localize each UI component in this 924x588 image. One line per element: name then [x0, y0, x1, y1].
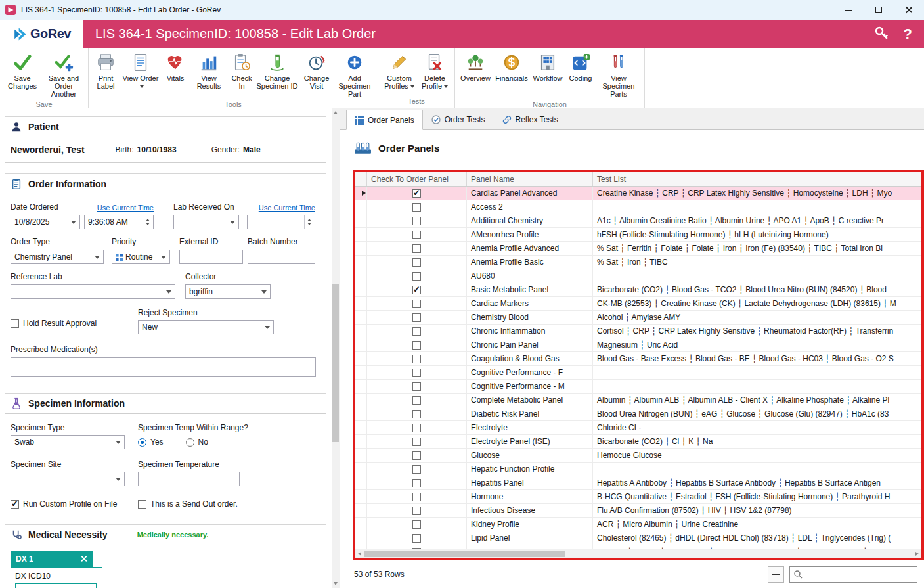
view-specimen-parts-button[interactable]: View Specimen Parts	[596, 51, 642, 99]
view-results-button[interactable]: View Results	[190, 51, 228, 91]
external-id-input[interactable]	[179, 250, 243, 264]
order-panel-checkbox[interactable]	[412, 300, 421, 308]
order-panel-checkbox[interactable]	[412, 534, 421, 543]
tab-order-panels[interactable]: Order Panels	[346, 110, 423, 130]
panel-name-column-header[interactable]: Panel Name	[467, 172, 593, 186]
financials-button[interactable]: Financials	[493, 51, 530, 83]
table-row[interactable]: Kidney ProfileACR ┆ Micro Albumin ┆ Urin…	[355, 518, 921, 531]
overview-button[interactable]: Overview	[458, 51, 493, 83]
order-panel-checkbox[interactable]	[412, 272, 421, 281]
save-changes-button[interactable]: Save Changes	[3, 51, 42, 91]
scrollbar-thumb[interactable]	[332, 284, 339, 442]
order-panel-checkbox[interactable]	[412, 424, 421, 432]
batch-number-input[interactable]	[248, 250, 315, 264]
coding-button[interactable]: Coding	[565, 51, 596, 83]
left-panel-scrollbar[interactable]	[332, 108, 340, 588]
table-row[interactable]: ElectrolyteChloride CL-	[355, 421, 921, 435]
dx-1-tab[interactable]: DX 1	[11, 551, 93, 567]
key-icon[interactable]	[873, 25, 889, 43]
check-in-button[interactable]: Check In	[228, 51, 255, 91]
table-row[interactable]: Complete Metabolic PanelAlbumin ┆ Albumi…	[355, 394, 921, 407]
table-row[interactable]: AMenorrhea ProfilehFSH (Follicle-Stimula…	[355, 228, 921, 242]
specimen-temperature-input[interactable]	[138, 472, 240, 486]
order-panel-checkbox[interactable]	[412, 410, 421, 418]
add-specimen-part-button[interactable]: Add Specimen Part	[334, 51, 375, 99]
table-row[interactable]: Lipid PanelCholesterol (82465) ┆ dHDL (D…	[355, 531, 921, 545]
order-panel-checkbox[interactable]	[412, 465, 421, 474]
table-row[interactable]: Chemistry BloodAlcohol ┆ Amylase AMY	[355, 311, 921, 325]
send-out-order-checkbox[interactable]: This is a Send Out order.	[138, 499, 238, 509]
priority-select[interactable]: Routine	[112, 250, 170, 264]
order-panel-checkbox[interactable]	[412, 396, 421, 405]
workflow-button[interactable]: Workflow	[530, 51, 565, 83]
specimen-site-select[interactable]	[11, 472, 125, 486]
order-panel-checkbox[interactable]	[412, 231, 421, 239]
reference-lab-select[interactable]	[11, 284, 175, 299]
table-row[interactable]: AU680	[355, 269, 921, 283]
search-input[interactable]	[806, 570, 913, 579]
table-row[interactable]: Chronic Pain PanelMagnesium ┆ Uric Acid	[355, 338, 921, 352]
minimize-button[interactable]	[833, 0, 864, 20]
order-panel-checkbox[interactable]	[412, 493, 421, 501]
custom-profiles-button[interactable]: Custom Profiles	[381, 51, 418, 91]
date-ordered-input[interactable]: 10/8/2025	[11, 215, 80, 229]
table-row[interactable]: Basic Metabolic PanelBicarbonate (CO2) ┆…	[355, 283, 921, 297]
table-row[interactable]: GlucoseHemocue Glucose	[355, 449, 921, 463]
lab-received-date-input[interactable]	[173, 215, 239, 229]
table-row[interactable]: Access 2	[355, 200, 921, 214]
prescribed-medications-input[interactable]	[11, 357, 316, 377]
collector-select[interactable]: bgriffin	[185, 284, 271, 299]
table-row[interactable]: Anemia Profile Advanced% Sat ┆ Ferritin …	[355, 242, 921, 256]
order-type-select[interactable]: Chemistry Panel	[11, 250, 104, 264]
lab-received-time-input[interactable]	[247, 215, 315, 229]
order-panel-checkbox[interactable]	[412, 479, 421, 487]
grid-horizontal-scrollbar[interactable]	[355, 549, 921, 558]
tab-order-tests[interactable]: Order Tests	[423, 109, 494, 129]
order-panel-checkbox[interactable]	[412, 438, 421, 446]
maximize-button[interactable]	[864, 0, 894, 20]
reject-specimen-select[interactable]: New	[138, 320, 274, 334]
temp-range-yes-radio[interactable]: Yes	[138, 438, 164, 447]
order-panel-checkbox[interactable]	[412, 189, 421, 198]
table-row[interactable]: Electrolyte Panel (ISE)Bicarbonate (CO2)…	[355, 435, 921, 449]
tab-reflex-tests[interactable]: Reflex Tests	[494, 109, 567, 129]
order-panel-checkbox[interactable]	[412, 217, 421, 225]
order-panel-checkbox[interactable]	[412, 507, 421, 515]
hold-result-approval-checkbox[interactable]: Hold Result Approval	[11, 319, 133, 328]
table-row[interactable]: Coagulation & Blood GasBlood Gas - Base …	[355, 352, 921, 366]
save-and-order-another-button[interactable]: Save and Order Another	[42, 51, 85, 99]
spinner-buttons[interactable]	[304, 215, 311, 229]
table-row[interactable]: Additional ChemistryA1c ┆ Albumin Creati…	[355, 214, 921, 228]
table-row[interactable]: Hepatitis PanelHepatitis A Antiboby ┆ He…	[355, 476, 921, 490]
table-row[interactable]: Cognitive Performance - M	[355, 380, 921, 394]
change-specimen-id-button[interactable]: Change Specimen ID	[255, 51, 299, 91]
spinner-buttons[interactable]	[143, 215, 150, 229]
time-ordered-input[interactable]: 9:36:08 AM	[84, 215, 154, 229]
order-panel-checkbox[interactable]	[412, 313, 421, 322]
order-panel-checkbox[interactable]	[412, 451, 421, 460]
table-row[interactable]: Diabetic Risk PanelBlood Urea Nitrogen (…	[355, 407, 921, 421]
table-row[interactable]: Infectious DiseaseFlu A/B Confirmation (…	[355, 504, 921, 518]
use-current-time-link[interactable]: Use Current Time	[97, 204, 154, 212]
delete-profile-button[interactable]: Delete Profile	[418, 51, 452, 91]
table-row[interactable]: Hepatic Function Profile	[355, 463, 921, 476]
order-panel-checkbox[interactable]	[412, 244, 421, 253]
check-column-header[interactable]: Check To Order Panel	[367, 172, 467, 186]
table-row[interactable]: Cognitive Performance - F	[355, 366, 921, 380]
close-button[interactable]	[894, 0, 924, 20]
run-custom-profile-checkbox[interactable]: Run Custom Profile on File	[11, 499, 138, 509]
table-row[interactable]: Chronic InflammationCortisol ┆ CRP ┆ CRP…	[355, 325, 921, 338]
dx-icd10-select[interactable]	[15, 583, 97, 588]
order-panel-checkbox[interactable]	[412, 382, 421, 391]
order-panel-checkbox[interactable]	[412, 258, 421, 267]
scrollbar-thumb[interactable]	[364, 551, 565, 557]
table-row[interactable]: Anemia Profile Basic% Sat ┆ Iron ┆ TIBC	[355, 256, 921, 269]
order-panel-checkbox[interactable]	[412, 341, 421, 350]
change-visit-button[interactable]: Change Visit	[299, 51, 334, 91]
specimen-type-select[interactable]: Swab	[11, 435, 125, 449]
help-icon[interactable]: ?	[904, 26, 912, 43]
order-panel-checkbox[interactable]	[412, 369, 421, 377]
order-panel-checkbox[interactable]	[412, 355, 421, 363]
table-row[interactable]: HormoneB-HCG Quantitative ┆ Estradiol ┆ …	[355, 490, 921, 504]
order-panel-checkbox[interactable]	[412, 286, 421, 294]
